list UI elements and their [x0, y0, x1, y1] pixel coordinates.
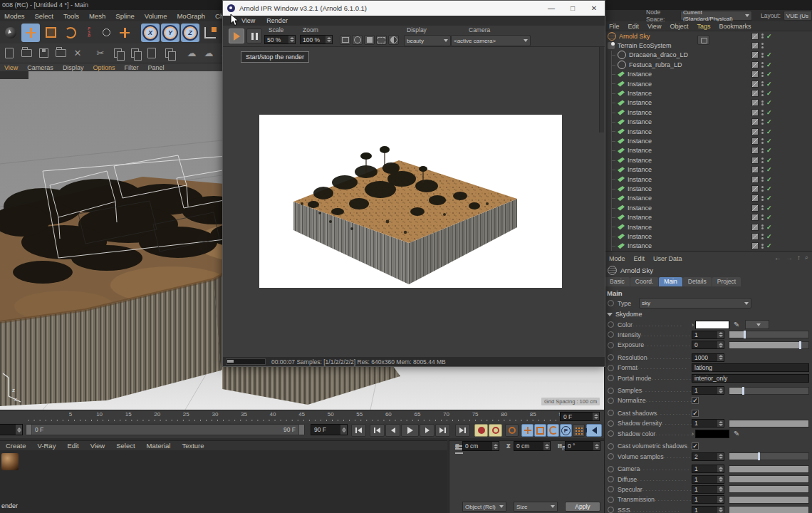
stepper-icon[interactable]: [717, 465, 724, 472]
attribute-menu-item[interactable]: User Data: [653, 255, 682, 262]
attribute-tab[interactable]: Coord.: [630, 277, 659, 286]
menu-item[interactable]: Mesh: [89, 12, 105, 20]
timeline-ruler[interactable]: 51015202530354045505560657075808590 0 F: [0, 410, 604, 423]
object-row[interactable]: Instance ✓: [605, 242, 812, 251]
object-manager-menu-item[interactable]: File: [609, 23, 620, 30]
color-options-dropdown[interactable]: [745, 320, 769, 329]
layer-square-icon[interactable]: [751, 195, 759, 202]
layer-square-icon[interactable]: [751, 71, 759, 78]
object-manager-menu-item[interactable]: Object: [670, 23, 688, 30]
enabled-check-icon[interactable]: ✓: [766, 109, 773, 116]
enabled-check-icon[interactable]: ✓: [766, 157, 773, 164]
ipr-pause-button[interactable]: [246, 28, 262, 43]
animation-dot-icon[interactable]: [608, 365, 614, 371]
range-end-field[interactable]: 90 F: [311, 424, 348, 435]
copy-button[interactable]: [110, 46, 125, 61]
live-selection-tool[interactable]: [1, 24, 20, 42]
close-button[interactable]: ✕: [583, 1, 605, 16]
stepper-icon[interactable]: [717, 354, 724, 361]
object-row[interactable]: Festuca_rubra_LD ✓: [605, 60, 812, 69]
stepper-icon[interactable]: [717, 496, 724, 503]
animation-dot-icon[interactable]: [608, 388, 614, 394]
menu-item[interactable]: Spline: [115, 12, 134, 20]
minimize-button[interactable]: —: [541, 1, 562, 16]
save-as-button[interactable]: [53, 46, 68, 61]
ipr-menu-item[interactable]: Render: [266, 17, 288, 24]
object-manager-menu-item[interactable]: Edit: [628, 23, 640, 30]
ipr-render-canvas[interactable]: [223, 47, 605, 357]
y-axis-lock-button[interactable]: Y: [161, 24, 179, 42]
scale-tool[interactable]: [41, 24, 60, 42]
key-pla-button[interactable]: [573, 424, 585, 437]
enabled-check-icon[interactable]: ✓: [766, 51, 773, 58]
viewport-menu-item[interactable]: Display: [63, 64, 84, 71]
sound-button[interactable]: [586, 424, 602, 437]
material-menu-item[interactable]: V-Ray: [38, 442, 56, 450]
value-field[interactable]: 1: [692, 419, 724, 428]
menu-item[interactable]: MoGraph: [177, 12, 205, 20]
slider[interactable]: [729, 485, 809, 493]
visibility-dots-icon[interactable]: [761, 119, 764, 125]
menu-item[interactable]: Volume: [145, 12, 167, 20]
enabled-check-icon[interactable]: ✓: [766, 242, 773, 249]
layer-square-icon[interactable]: [751, 185, 759, 192]
menu-item[interactable]: Tools: [63, 12, 79, 20]
material-menu-item[interactable]: Edit: [67, 442, 78, 450]
visibility-dots-icon[interactable]: [761, 62, 764, 68]
color-swatch[interactable]: [695, 321, 729, 329]
viewport-menu-item[interactable]: View: [4, 64, 18, 71]
visibility-dots-icon[interactable]: [761, 167, 764, 172]
layer-square-icon[interactable]: [751, 118, 759, 125]
range-right-handle[interactable]: [298, 425, 304, 435]
visibility-dots-icon[interactable]: [761, 224, 764, 230]
viewport-menu-item[interactable]: Options: [93, 64, 115, 71]
visibility-dots-icon[interactable]: [761, 90, 764, 96]
viewport-menu-item[interactable]: Cameras: [27, 64, 53, 71]
color-swatch[interactable]: [695, 430, 729, 438]
layer-square-icon[interactable]: [751, 109, 759, 116]
type-dropdown[interactable]: sky: [639, 298, 751, 309]
stepper-icon[interactable]: [717, 476, 724, 483]
enabled-check-icon[interactable]: ✓: [766, 204, 773, 212]
layer-square-icon[interactable]: [751, 204, 759, 212]
enabled-check-icon[interactable]: ✓: [766, 118, 773, 125]
rotate-tool[interactable]: [61, 24, 80, 42]
size-field[interactable]: 0 cm: [514, 441, 551, 451]
ipr-side-strip[interactable]: [599, 47, 604, 133]
timeline-range-slider[interactable]: 0 F 90 F: [26, 424, 305, 435]
layer-square-icon[interactable]: [751, 147, 759, 154]
animation-dot-icon[interactable]: [608, 466, 614, 472]
material-thumbnail[interactable]: [1, 453, 19, 470]
visibility-dots-icon[interactable]: [761, 81, 764, 87]
duplicate-button[interactable]: [144, 46, 160, 61]
coordinate-system-button[interactable]: [201, 24, 219, 42]
enabled-check-icon[interactable]: ✓: [766, 214, 773, 221]
last-tool[interactable]: [98, 25, 114, 41]
object-row[interactable]: Instance ✓: [605, 165, 812, 174]
play-button[interactable]: [401, 424, 419, 437]
animation-dot-icon[interactable]: [608, 476, 614, 482]
value-field[interactable]: 1: [692, 331, 724, 339]
visibility-dots-icon[interactable]: [761, 100, 764, 106]
layer-square-icon[interactable]: [751, 166, 759, 173]
key-parameter-button[interactable]: P: [560, 424, 572, 437]
attribute-menu-item[interactable]: Edit: [634, 255, 645, 262]
enabled-check-icon[interactable]: ✓: [766, 128, 773, 135]
stepper-icon[interactable]: [16, 425, 22, 435]
next-key-button[interactable]: [435, 424, 450, 437]
previous-key-button[interactable]: [370, 424, 385, 437]
enabled-check-icon[interactable]: ✓: [766, 147, 773, 154]
apply-button[interactable]: Apply: [565, 502, 600, 512]
enabled-check-icon[interactable]: ✓: [766, 138, 773, 145]
animation-dot-icon[interactable]: [608, 342, 614, 348]
stepper-icon[interactable]: [717, 341, 724, 348]
ipr-titlebar[interactable]: Arnold IPR Window v3.2.1 (Arnold 6.1.0.1…: [223, 1, 605, 16]
viewport-menu-item[interactable]: Panel: [147, 64, 164, 71]
stepper-icon[interactable]: [717, 420, 724, 427]
display-dropdown[interactable]: beauty: [404, 35, 451, 46]
slider[interactable]: [729, 341, 809, 349]
checkbox[interactable]: [692, 442, 699, 450]
expand-arrow-icon[interactable]: ›: [692, 430, 694, 437]
cloud-sync-button[interactable]: ☁: [184, 46, 199, 61]
slider[interactable]: [729, 496, 809, 504]
